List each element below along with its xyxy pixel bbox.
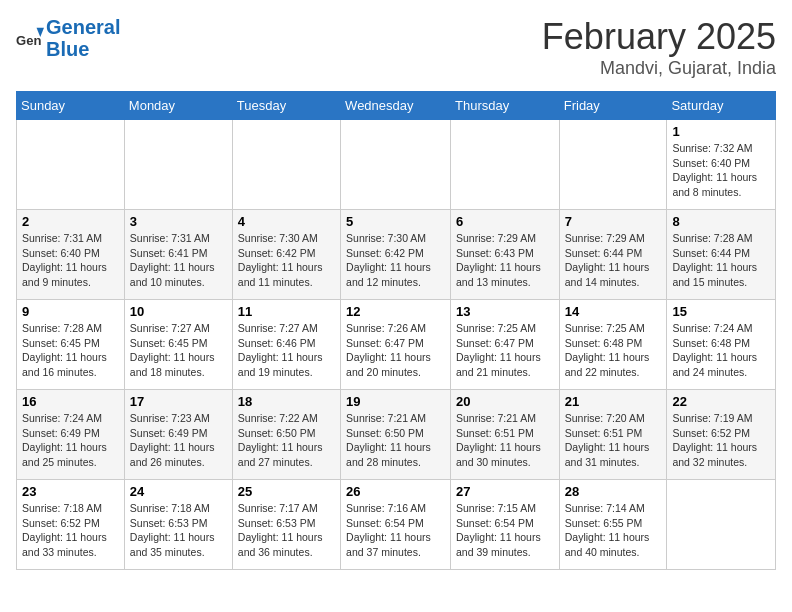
day-number: 27 (456, 484, 554, 499)
weekday-header-wednesday: Wednesday (341, 92, 451, 120)
day-cell: 2Sunrise: 7:31 AM Sunset: 6:40 PM Daylig… (17, 210, 125, 300)
day-cell (232, 120, 340, 210)
day-cell (341, 120, 451, 210)
day-cell: 1Sunrise: 7:32 AM Sunset: 6:40 PM Daylig… (667, 120, 776, 210)
day-cell: 11Sunrise: 7:27 AM Sunset: 6:46 PM Dayli… (232, 300, 340, 390)
day-number: 6 (456, 214, 554, 229)
weekday-header-row: SundayMondayTuesdayWednesdayThursdayFrid… (17, 92, 776, 120)
weekday-header-monday: Monday (124, 92, 232, 120)
day-number: 10 (130, 304, 227, 319)
day-cell: 17Sunrise: 7:23 AM Sunset: 6:49 PM Dayli… (124, 390, 232, 480)
day-number: 2 (22, 214, 119, 229)
week-row-4: 16Sunrise: 7:24 AM Sunset: 6:49 PM Dayli… (17, 390, 776, 480)
week-row-2: 2Sunrise: 7:31 AM Sunset: 6:40 PM Daylig… (17, 210, 776, 300)
day-number: 4 (238, 214, 335, 229)
day-cell: 23Sunrise: 7:18 AM Sunset: 6:52 PM Dayli… (17, 480, 125, 570)
day-info: Sunrise: 7:28 AM Sunset: 6:45 PM Dayligh… (22, 321, 119, 380)
day-info: Sunrise: 7:29 AM Sunset: 6:43 PM Dayligh… (456, 231, 554, 290)
logo-icon: Gen (16, 24, 44, 52)
calendar-table: SundayMondayTuesdayWednesdayThursdayFrid… (16, 91, 776, 570)
logo-line1: General (46, 16, 120, 38)
day-info: Sunrise: 7:24 AM Sunset: 6:48 PM Dayligh… (672, 321, 770, 380)
logo-line2: Blue (46, 38, 120, 60)
day-number: 5 (346, 214, 445, 229)
day-cell (667, 480, 776, 570)
day-info: Sunrise: 7:21 AM Sunset: 6:51 PM Dayligh… (456, 411, 554, 470)
day-info: Sunrise: 7:24 AM Sunset: 6:49 PM Dayligh… (22, 411, 119, 470)
svg-text:Gen: Gen (16, 33, 41, 48)
day-info: Sunrise: 7:21 AM Sunset: 6:50 PM Dayligh… (346, 411, 445, 470)
weekday-header-saturday: Saturday (667, 92, 776, 120)
calendar-body: 1Sunrise: 7:32 AM Sunset: 6:40 PM Daylig… (17, 120, 776, 570)
logo: Gen General Blue (16, 16, 120, 60)
weekday-header-thursday: Thursday (451, 92, 560, 120)
day-info: Sunrise: 7:16 AM Sunset: 6:54 PM Dayligh… (346, 501, 445, 560)
day-cell: 8Sunrise: 7:28 AM Sunset: 6:44 PM Daylig… (667, 210, 776, 300)
day-cell: 22Sunrise: 7:19 AM Sunset: 6:52 PM Dayli… (667, 390, 776, 480)
day-number: 9 (22, 304, 119, 319)
day-number: 24 (130, 484, 227, 499)
week-row-5: 23Sunrise: 7:18 AM Sunset: 6:52 PM Dayli… (17, 480, 776, 570)
day-number: 14 (565, 304, 662, 319)
day-number: 12 (346, 304, 445, 319)
day-cell: 20Sunrise: 7:21 AM Sunset: 6:51 PM Dayli… (451, 390, 560, 480)
day-cell (17, 120, 125, 210)
day-cell: 28Sunrise: 7:14 AM Sunset: 6:55 PM Dayli… (559, 480, 667, 570)
day-number: 25 (238, 484, 335, 499)
location-title: Mandvi, Gujarat, India (542, 58, 776, 79)
day-cell: 6Sunrise: 7:29 AM Sunset: 6:43 PM Daylig… (451, 210, 560, 300)
day-info: Sunrise: 7:31 AM Sunset: 6:41 PM Dayligh… (130, 231, 227, 290)
day-cell: 3Sunrise: 7:31 AM Sunset: 6:41 PM Daylig… (124, 210, 232, 300)
weekday-header-sunday: Sunday (17, 92, 125, 120)
day-number: 1 (672, 124, 770, 139)
day-number: 28 (565, 484, 662, 499)
day-cell: 4Sunrise: 7:30 AM Sunset: 6:42 PM Daylig… (232, 210, 340, 300)
day-number: 15 (672, 304, 770, 319)
day-info: Sunrise: 7:18 AM Sunset: 6:53 PM Dayligh… (130, 501, 227, 560)
day-cell: 18Sunrise: 7:22 AM Sunset: 6:50 PM Dayli… (232, 390, 340, 480)
day-number: 8 (672, 214, 770, 229)
day-cell (124, 120, 232, 210)
day-info: Sunrise: 7:25 AM Sunset: 6:48 PM Dayligh… (565, 321, 662, 380)
day-info: Sunrise: 7:23 AM Sunset: 6:49 PM Dayligh… (130, 411, 227, 470)
day-cell: 7Sunrise: 7:29 AM Sunset: 6:44 PM Daylig… (559, 210, 667, 300)
day-number: 26 (346, 484, 445, 499)
day-number: 18 (238, 394, 335, 409)
week-row-3: 9Sunrise: 7:28 AM Sunset: 6:45 PM Daylig… (17, 300, 776, 390)
week-row-1: 1Sunrise: 7:32 AM Sunset: 6:40 PM Daylig… (17, 120, 776, 210)
day-cell (559, 120, 667, 210)
day-number: 11 (238, 304, 335, 319)
day-info: Sunrise: 7:17 AM Sunset: 6:53 PM Dayligh… (238, 501, 335, 560)
day-number: 19 (346, 394, 445, 409)
day-info: Sunrise: 7:22 AM Sunset: 6:50 PM Dayligh… (238, 411, 335, 470)
day-cell: 15Sunrise: 7:24 AM Sunset: 6:48 PM Dayli… (667, 300, 776, 390)
day-cell: 24Sunrise: 7:18 AM Sunset: 6:53 PM Dayli… (124, 480, 232, 570)
day-info: Sunrise: 7:20 AM Sunset: 6:51 PM Dayligh… (565, 411, 662, 470)
title-block: February 2025 Mandvi, Gujarat, India (542, 16, 776, 79)
day-cell: 9Sunrise: 7:28 AM Sunset: 6:45 PM Daylig… (17, 300, 125, 390)
day-number: 17 (130, 394, 227, 409)
day-number: 13 (456, 304, 554, 319)
day-info: Sunrise: 7:28 AM Sunset: 6:44 PM Dayligh… (672, 231, 770, 290)
day-cell (451, 120, 560, 210)
page-header: Gen General Blue February 2025 Mandvi, G… (16, 16, 776, 79)
month-title: February 2025 (542, 16, 776, 58)
day-info: Sunrise: 7:19 AM Sunset: 6:52 PM Dayligh… (672, 411, 770, 470)
day-info: Sunrise: 7:25 AM Sunset: 6:47 PM Dayligh… (456, 321, 554, 380)
day-info: Sunrise: 7:31 AM Sunset: 6:40 PM Dayligh… (22, 231, 119, 290)
day-cell: 13Sunrise: 7:25 AM Sunset: 6:47 PM Dayli… (451, 300, 560, 390)
day-number: 16 (22, 394, 119, 409)
day-cell: 27Sunrise: 7:15 AM Sunset: 6:54 PM Dayli… (451, 480, 560, 570)
day-cell: 19Sunrise: 7:21 AM Sunset: 6:50 PM Dayli… (341, 390, 451, 480)
day-number: 23 (22, 484, 119, 499)
day-cell: 10Sunrise: 7:27 AM Sunset: 6:45 PM Dayli… (124, 300, 232, 390)
day-cell: 25Sunrise: 7:17 AM Sunset: 6:53 PM Dayli… (232, 480, 340, 570)
day-info: Sunrise: 7:30 AM Sunset: 6:42 PM Dayligh… (346, 231, 445, 290)
day-cell: 5Sunrise: 7:30 AM Sunset: 6:42 PM Daylig… (341, 210, 451, 300)
day-number: 21 (565, 394, 662, 409)
day-cell: 26Sunrise: 7:16 AM Sunset: 6:54 PM Dayli… (341, 480, 451, 570)
day-info: Sunrise: 7:29 AM Sunset: 6:44 PM Dayligh… (565, 231, 662, 290)
day-number: 20 (456, 394, 554, 409)
day-info: Sunrise: 7:27 AM Sunset: 6:46 PM Dayligh… (238, 321, 335, 380)
day-info: Sunrise: 7:18 AM Sunset: 6:52 PM Dayligh… (22, 501, 119, 560)
